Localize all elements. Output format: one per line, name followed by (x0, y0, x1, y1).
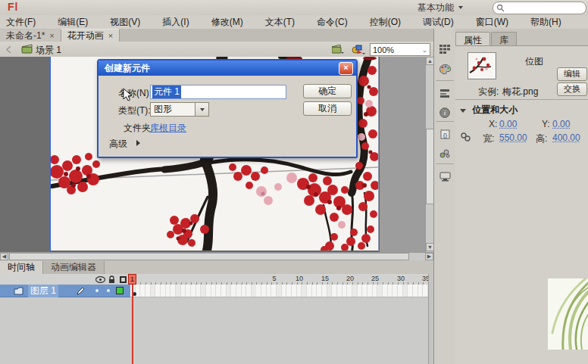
type-select[interactable]: 图形 (150, 102, 199, 117)
zoom-select[interactable]: 100% ⌄ (370, 43, 430, 56)
close-tab-icon[interactable]: × (108, 31, 113, 40)
create-new-symbol-dialog: 创建新元件 × 名称(N): 元件 1 确定 类型(T): 图形 取消 文件夹:… (97, 59, 358, 158)
menu-item-debug[interactable]: 调试(D) (423, 16, 454, 29)
y-value[interactable]: 0.00 (552, 119, 570, 129)
stage-vertical-scrollbar[interactable]: ▲ ▼ (425, 57, 433, 252)
swap-button[interactable]: 交换 (557, 82, 587, 96)
height-value[interactable]: 400.00 (552, 132, 580, 143)
properties-tab-bar: 属性 库 (455, 32, 518, 45)
menu-item-insert[interactable]: 插入(I) (162, 16, 189, 29)
lock-layers-icon[interactable] (108, 275, 115, 284)
tab-library[interactable]: 库 (491, 32, 517, 45)
symbol-name-value: 元件 1 (152, 86, 181, 98)
bitmap-thumbnail-image (468, 53, 494, 77)
height-label: 高: (536, 132, 547, 145)
type-select-arrow[interactable] (195, 102, 209, 117)
library-root-link[interactable]: 库根目录 (150, 122, 186, 135)
code-snippets-panel-icon[interactable]: {} (436, 126, 454, 142)
ok-button[interactable]: 确定 (303, 84, 352, 98)
scrollbar-thumb[interactable] (9, 253, 409, 260)
section-title: 位置和大小 (472, 104, 518, 115)
ruler-number: 25 (368, 275, 383, 282)
playhead-marker[interactable]: 1 (128, 274, 136, 285)
dialog-title-bar[interactable]: 创建新元件 (99, 61, 356, 76)
edit-symbol-icon[interactable] (352, 44, 365, 54)
layer-lock-dot[interactable] (107, 289, 110, 292)
menu-item-commands[interactable]: 命令(C) (317, 16, 348, 29)
divider (436, 163, 454, 164)
pencil-edit-icon (77, 287, 85, 295)
menu-item-window[interactable]: 窗口(W) (476, 16, 508, 29)
menu-item-edit[interactable]: 编辑(E) (58, 16, 88, 29)
cancel-button[interactable]: 取消 (303, 101, 352, 116)
document-tab-untitled[interactable]: 未命名-1* × (0, 30, 61, 42)
pasteboard (378, 57, 425, 252)
bitmap-thumbnail[interactable] (468, 52, 496, 79)
document-tab-label: 未命名-1* (6, 30, 45, 42)
tab-properties[interactable]: 属性 (455, 32, 490, 45)
tab-motion-editor[interactable]: 动画编辑器 (43, 261, 105, 274)
frame-ruler[interactable]: 5 10 15 20 25 30 35 40 45 50 55 60 (130, 274, 428, 285)
color-panel-icon[interactable] (436, 61, 454, 77)
components-panel-icon[interactable] (436, 145, 454, 162)
app-bar: Fl 基本功能 (0, 0, 588, 16)
scroll-left-icon[interactable]: ◀ (0, 253, 8, 260)
ruler-number: 10 (292, 275, 307, 282)
advanced-expand-icon[interactable] (136, 140, 140, 146)
layer-page-icon (14, 287, 23, 295)
folder-field-label: 文件夹: (124, 122, 153, 135)
menu-item-view[interactable]: 视图(V) (110, 16, 140, 29)
outline-layers-icon[interactable] (120, 276, 127, 283)
layer-outline-color-swatch[interactable] (116, 287, 124, 294)
advanced-toggle[interactable]: 高级 (109, 138, 127, 151)
instance-value: 梅花.png (502, 86, 538, 98)
show-hide-layers-icon[interactable] (95, 276, 105, 283)
scroll-right-icon[interactable]: ▶ (425, 253, 433, 260)
dialog-close-button[interactable]: × (339, 62, 353, 75)
type-value: 图形 (154, 103, 172, 116)
publish-panel-icon[interactable] (436, 168, 454, 185)
divider (436, 121, 454, 122)
type-field-label: 类型(T): (118, 104, 151, 117)
layer-row[interactable]: 图层 1 (0, 285, 130, 297)
layer-name[interactable]: 图层 1 (28, 285, 58, 297)
frames-grid[interactable] (130, 285, 428, 297)
ruler-number: 30 (393, 275, 408, 282)
close-tab-icon[interactable]: × (49, 31, 54, 40)
tab-timeline[interactable]: 时间轴 (0, 261, 43, 274)
info-panel-icon[interactable]: i (436, 104, 454, 121)
playhead-line[interactable] (132, 274, 133, 364)
mouse-cursor (123, 88, 133, 101)
align-panel-icon[interactable] (436, 41, 454, 58)
menu-item-file[interactable]: 文件(F) (6, 16, 36, 29)
workspace-switcher[interactable]: 基本功能 (413, 2, 468, 14)
scrollbar-thumb[interactable] (426, 129, 433, 204)
back-arrow-icon[interactable] (6, 46, 14, 53)
ruler-number: 5 (267, 275, 282, 282)
menu-bar: 文件(F) 编辑(E) 视图(V) 插入(I) 修改(M) 文本(T) 命令(C… (0, 15, 588, 29)
scene-label[interactable]: 场景 1 (36, 44, 61, 57)
layer-visible-dot[interactable] (95, 289, 99, 292)
edit-button[interactable]: 编辑 (557, 67, 587, 81)
width-value[interactable]: 550.00 (499, 132, 527, 143)
symbol-name-input[interactable]: 元件 1 (150, 85, 286, 99)
scroll-up-icon[interactable]: ▲ (426, 57, 433, 65)
menu-item-modify[interactable]: 修改(M) (211, 16, 243, 29)
menu-item-help[interactable]: 帮助(H) (530, 16, 561, 29)
scroll-down-icon[interactable]: ▼ (426, 243, 433, 251)
document-tab-huakai[interactable]: 花开动画 × (61, 29, 120, 42)
section-position-size[interactable]: 位置和大小 (460, 104, 518, 117)
lock-aspect-ratio-icon[interactable] (460, 132, 471, 142)
ruler-number: 20 (342, 275, 358, 282)
search-input[interactable] (493, 2, 586, 14)
edit-scene-icon[interactable] (332, 45, 344, 54)
corner-plant-image (548, 278, 588, 350)
divider (436, 80, 454, 81)
menu-item-text[interactable]: 文本(T) (265, 16, 295, 29)
x-value[interactable]: 0.00 (499, 119, 517, 129)
menu-item-control[interactable]: 控制(O) (370, 16, 401, 29)
library-panel-icon[interactable] (436, 85, 454, 101)
section-collapse-icon (460, 109, 466, 113)
width-label: 宽: (483, 132, 494, 145)
stage-horizontal-scrollbar[interactable]: ◀ ▶ (0, 252, 433, 260)
